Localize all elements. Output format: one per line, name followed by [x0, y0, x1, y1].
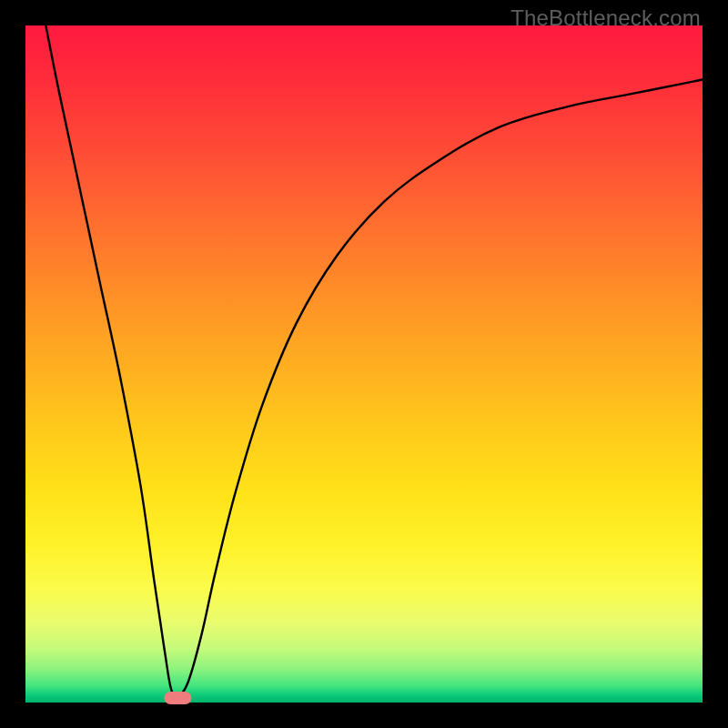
chart-frame: TheBottleneck.com [0, 0, 728, 728]
plot-area [25, 25, 703, 703]
marker-layer [25, 25, 703, 703]
optimal-marker [164, 692, 191, 704]
